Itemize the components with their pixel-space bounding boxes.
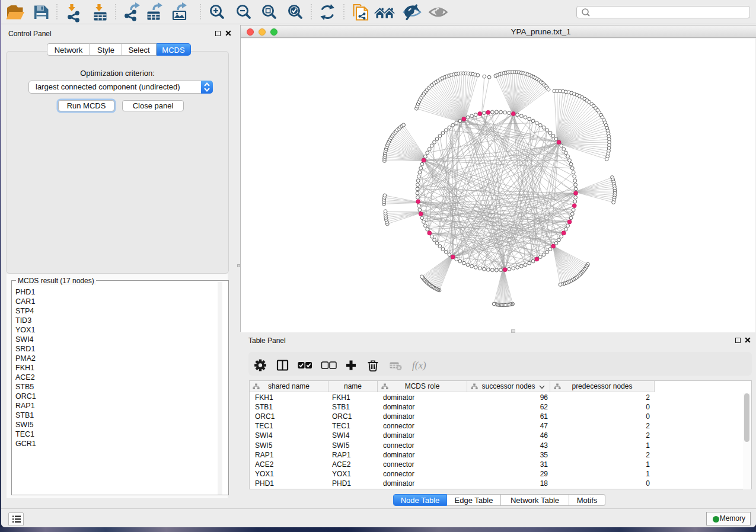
- svg-text:f(x): f(x): [412, 360, 426, 371]
